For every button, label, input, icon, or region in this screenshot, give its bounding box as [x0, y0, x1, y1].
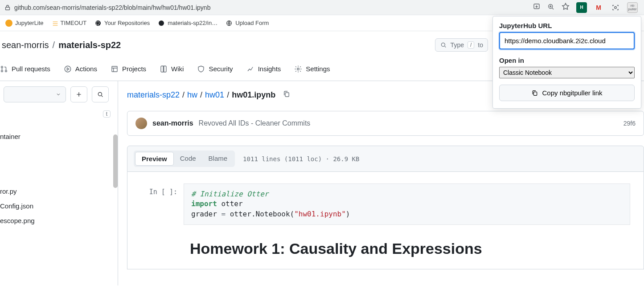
svg-point-8	[1, 66, 3, 68]
svg-rect-0	[6, 7, 10, 10]
github-icon	[94, 20, 102, 27]
svg-point-7	[441, 43, 445, 46]
jupyterhub-url-input[interactable]	[499, 32, 635, 49]
breadcrumb-separator: /	[200, 90, 202, 100]
extension-screenshot-icon[interactable]	[610, 2, 621, 13]
main-split: t ntainer ror.py Config.json escope.png …	[0, 81, 644, 285]
code-operator: =	[221, 210, 226, 218]
open-in-select[interactable]: Classic Notebook	[499, 67, 635, 78]
svg-point-5	[159, 20, 164, 26]
code-comment: # Initialize Otter	[191, 190, 268, 198]
file-finder-shortcut[interactable]: t	[103, 110, 111, 118]
tab-settings[interactable]: Settings	[294, 65, 330, 80]
search-files-button[interactable]	[92, 86, 109, 102]
breadcrumb-separator: /	[53, 40, 55, 50]
code-text: )	[346, 210, 350, 218]
timeout-icon	[52, 20, 58, 26]
tab-security[interactable]: Security	[197, 65, 233, 80]
open-in-label: Open in	[499, 57, 635, 64]
path-segment[interactable]: hw01	[205, 90, 224, 100]
bookmark-your-repos[interactable]: Your Repositories	[94, 20, 150, 27]
tab-preview[interactable]: Preview	[135, 152, 174, 166]
bookmark-jupyterlite[interactable]: JupyterLite	[5, 20, 44, 27]
copy-icon	[283, 90, 291, 98]
graph-icon	[246, 65, 254, 73]
search-icon	[440, 41, 447, 49]
file-item[interactable]: Config.json	[0, 199, 111, 213]
pull-request-icon	[0, 65, 8, 73]
tab-label: Pull requests	[12, 65, 50, 73]
copy-path-button[interactable]	[283, 90, 291, 100]
bookmark-label: TIMEOUT	[61, 20, 87, 26]
tab-actions[interactable]: Actions	[64, 65, 97, 80]
search-icon	[97, 91, 104, 98]
commit-author[interactable]: sean-morris	[152, 119, 193, 127]
repo-search[interactable]: Type / to	[435, 38, 488, 52]
projects-icon	[111, 65, 119, 73]
notebook-heading: Homework 1: Causality and Expressions	[190, 240, 630, 257]
svg-point-9	[1, 70, 3, 72]
repo-owner[interactable]: sean-morris	[2, 40, 49, 50]
plus-icon	[75, 91, 82, 98]
svg-rect-15	[285, 93, 289, 97]
tab-label: Insights	[258, 65, 281, 73]
bookmark-upload-form[interactable]: Upload Form	[226, 20, 269, 27]
code-text: grader	[191, 210, 221, 218]
svg-point-11	[65, 66, 71, 72]
path-segment[interactable]: hw	[187, 90, 197, 100]
file-item[interactable]: ntainer	[0, 129, 111, 144]
svg-point-13	[297, 68, 299, 70]
svg-point-14	[98, 92, 102, 96]
bookmark-timeout[interactable]: TIMEOUT	[52, 20, 87, 26]
bookmark-materials[interactable]: materials-sp22/in…	[158, 20, 217, 27]
branch-select[interactable]	[4, 86, 66, 102]
tab-code[interactable]: Code	[174, 152, 202, 166]
extension-icon-2[interactable]: M	[593, 2, 604, 13]
add-file-button[interactable]	[70, 86, 87, 102]
bookmark-label: materials-sp22/in…	[168, 20, 217, 26]
tab-label: Actions	[75, 65, 97, 73]
tab-blame[interactable]: Blame	[202, 152, 234, 166]
extension-icon-1[interactable]: H	[576, 2, 587, 13]
avatar[interactable]	[135, 118, 147, 129]
code-string: "hw01.ipynb"	[294, 210, 346, 218]
tab-label: Wiki	[171, 65, 184, 73]
file-item[interactable]: escope.png	[0, 213, 111, 228]
bookmark-label: Your Repositories	[104, 20, 150, 26]
svg-rect-12	[112, 66, 117, 72]
play-icon	[64, 65, 72, 73]
tab-wiki[interactable]: Wiki	[160, 65, 184, 80]
url-text[interactable]: github.com/sean-morris/materials-sp22/bl…	[14, 4, 533, 11]
search-hint-key: /	[468, 41, 474, 49]
svg-point-3	[615, 6, 617, 8]
path-current-file: hw01.ipynb	[232, 90, 275, 100]
search-hint-suffix: to	[478, 41, 483, 49]
file-meta: 1011 lines (1011 loc) · 26.9 KB	[243, 155, 359, 163]
globe-icon	[226, 20, 233, 27]
extension-nbgitpuller-icon[interactable]: nbpuller	[627, 2, 638, 13]
cell-prompt: In [ ]:	[141, 183, 184, 225]
install-app-icon[interactable]	[533, 3, 541, 12]
scrollbar-thumb[interactable]	[113, 134, 118, 188]
bookmark-star-icon[interactable]	[561, 2, 570, 12]
copy-link-button[interactable]: Copy nbgitpuller link	[499, 85, 635, 101]
commit-sha[interactable]: 29f6	[623, 120, 636, 127]
path-root[interactable]: materials-sp22	[127, 90, 180, 100]
tab-pull-requests[interactable]: Pull requests	[0, 65, 50, 80]
commit-message[interactable]: Revoved All IDs - Cleaner Commits	[199, 119, 311, 127]
tab-insights[interactable]: Insights	[246, 65, 281, 80]
repo-name[interactable]: materials-sp22	[58, 40, 121, 50]
tab-projects[interactable]: Projects	[111, 65, 146, 80]
svg-point-10	[5, 70, 7, 72]
site-info-icon[interactable]	[4, 4, 12, 12]
notebook-cell: In [ ]: # Initialize Otter import otter …	[141, 183, 630, 225]
latest-commit-bar[interactable]: sean-morris Revoved All IDs - Cleaner Co…	[127, 111, 644, 136]
tab-label: Projects	[122, 65, 146, 73]
bookmark-label: JupyterLite	[15, 20, 44, 26]
file-toolbar: Preview Code Blame 1011 lines (1011 loc)…	[127, 146, 644, 172]
tab-label: Settings	[306, 65, 330, 73]
gear-icon	[294, 65, 302, 73]
file-item[interactable]: ror.py	[0, 184, 111, 199]
file-view: materials-sp22/ hw/ hw01/ hw01.ipynb sea…	[118, 81, 644, 285]
zoom-icon[interactable]	[547, 3, 555, 12]
